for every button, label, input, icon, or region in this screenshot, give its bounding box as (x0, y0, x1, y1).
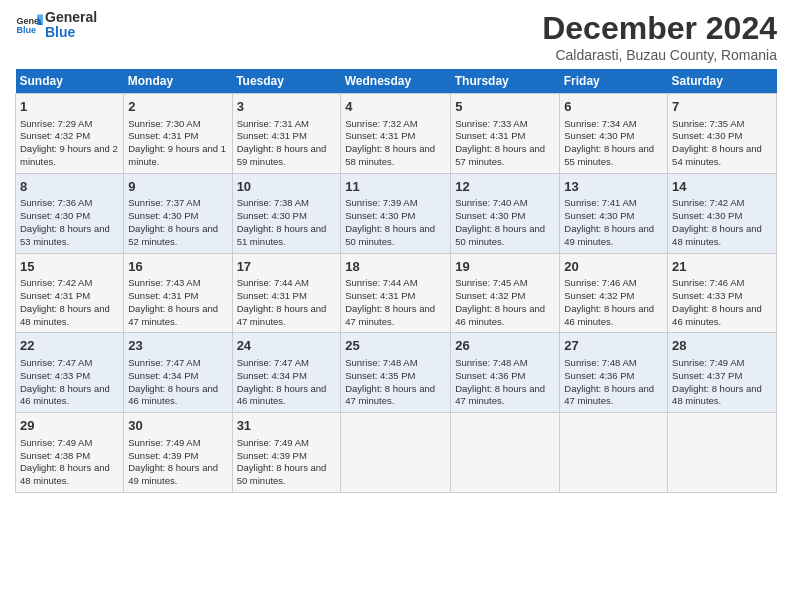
sunset-text: Sunset: 4:32 PM (455, 290, 555, 303)
calendar-cell: 17Sunrise: 7:44 AMSunset: 4:31 PMDayligh… (232, 253, 341, 333)
sunrise-text: Sunrise: 7:29 AM (20, 118, 119, 131)
calendar-table: SundayMondayTuesdayWednesdayThursdayFrid… (15, 69, 777, 493)
sunset-text: Sunset: 4:30 PM (564, 130, 663, 143)
daylight-text: Daylight: 8 hours and 57 minutes. (455, 143, 555, 169)
day-number: 21 (672, 258, 772, 276)
day-number: 15 (20, 258, 119, 276)
day-number: 7 (672, 98, 772, 116)
calendar-cell: 5Sunrise: 7:33 AMSunset: 4:31 PMDaylight… (451, 94, 560, 174)
calendar-cell: 18Sunrise: 7:44 AMSunset: 4:31 PMDayligh… (341, 253, 451, 333)
daylight-text: Daylight: 8 hours and 58 minutes. (345, 143, 446, 169)
day-number: 2 (128, 98, 227, 116)
month-title: December 2024 (542, 10, 777, 47)
calendar-cell: 9Sunrise: 7:37 AMSunset: 4:30 PMDaylight… (124, 173, 232, 253)
daylight-text: Daylight: 8 hours and 48 minutes. (20, 462, 119, 488)
sunrise-text: Sunrise: 7:47 AM (20, 357, 119, 370)
daylight-text: Daylight: 8 hours and 46 minutes. (128, 383, 227, 409)
sunset-text: Sunset: 4:31 PM (455, 130, 555, 143)
calendar-cell (451, 413, 560, 493)
sunset-text: Sunset: 4:36 PM (564, 370, 663, 383)
calendar-cell: 28Sunrise: 7:49 AMSunset: 4:37 PMDayligh… (668, 333, 777, 413)
calendar-cell: 11Sunrise: 7:39 AMSunset: 4:30 PMDayligh… (341, 173, 451, 253)
daylight-text: Daylight: 8 hours and 46 minutes. (237, 383, 337, 409)
logo-text-blue: Blue (45, 25, 97, 40)
day-number: 19 (455, 258, 555, 276)
sunset-text: Sunset: 4:30 PM (455, 210, 555, 223)
day-number: 1 (20, 98, 119, 116)
daylight-text: Daylight: 8 hours and 50 minutes. (237, 462, 337, 488)
daylight-text: Daylight: 8 hours and 47 minutes. (237, 303, 337, 329)
calendar-cell: 3Sunrise: 7:31 AMSunset: 4:31 PMDaylight… (232, 94, 341, 174)
sunrise-text: Sunrise: 7:35 AM (672, 118, 772, 131)
calendar-cell: 6Sunrise: 7:34 AMSunset: 4:30 PMDaylight… (560, 94, 668, 174)
calendar-cell: 1Sunrise: 7:29 AMSunset: 4:32 PMDaylight… (16, 94, 124, 174)
sunrise-text: Sunrise: 7:47 AM (237, 357, 337, 370)
sunrise-text: Sunrise: 7:47 AM (128, 357, 227, 370)
day-number: 23 (128, 337, 227, 355)
daylight-text: Daylight: 8 hours and 48 minutes. (672, 223, 772, 249)
sunset-text: Sunset: 4:32 PM (20, 130, 119, 143)
page-container: General Blue General Blue December 2024 … (0, 0, 792, 503)
day-number: 5 (455, 98, 555, 116)
daylight-text: Daylight: 8 hours and 47 minutes. (564, 383, 663, 409)
calendar-week-2: 8Sunrise: 7:36 AMSunset: 4:30 PMDaylight… (16, 173, 777, 253)
daylight-text: Daylight: 8 hours and 50 minutes. (455, 223, 555, 249)
day-number: 12 (455, 178, 555, 196)
day-number: 26 (455, 337, 555, 355)
sunset-text: Sunset: 4:31 PM (237, 130, 337, 143)
daylight-text: Daylight: 8 hours and 49 minutes. (564, 223, 663, 249)
calendar-week-4: 22Sunrise: 7:47 AMSunset: 4:33 PMDayligh… (16, 333, 777, 413)
daylight-text: Daylight: 8 hours and 49 minutes. (128, 462, 227, 488)
sunrise-text: Sunrise: 7:48 AM (564, 357, 663, 370)
sunrise-text: Sunrise: 7:30 AM (128, 118, 227, 131)
calendar-cell: 10Sunrise: 7:38 AMSunset: 4:30 PMDayligh… (232, 173, 341, 253)
header-day-sunday: Sunday (16, 69, 124, 94)
sunrise-text: Sunrise: 7:33 AM (455, 118, 555, 131)
sunset-text: Sunset: 4:30 PM (237, 210, 337, 223)
sunrise-text: Sunrise: 7:36 AM (20, 197, 119, 210)
calendar-cell: 30Sunrise: 7:49 AMSunset: 4:39 PMDayligh… (124, 413, 232, 493)
calendar-cell: 27Sunrise: 7:48 AMSunset: 4:36 PMDayligh… (560, 333, 668, 413)
calendar-cell: 23Sunrise: 7:47 AMSunset: 4:34 PMDayligh… (124, 333, 232, 413)
header-day-friday: Friday (560, 69, 668, 94)
day-number: 4 (345, 98, 446, 116)
day-number: 13 (564, 178, 663, 196)
sunrise-text: Sunrise: 7:39 AM (345, 197, 446, 210)
calendar-cell: 25Sunrise: 7:48 AMSunset: 4:35 PMDayligh… (341, 333, 451, 413)
day-number: 17 (237, 258, 337, 276)
sunset-text: Sunset: 4:31 PM (128, 130, 227, 143)
header-day-tuesday: Tuesday (232, 69, 341, 94)
sunset-text: Sunset: 4:39 PM (128, 450, 227, 463)
sunrise-text: Sunrise: 7:49 AM (128, 437, 227, 450)
daylight-text: Daylight: 8 hours and 47 minutes. (128, 303, 227, 329)
calendar-cell: 15Sunrise: 7:42 AMSunset: 4:31 PMDayligh… (16, 253, 124, 333)
day-number: 27 (564, 337, 663, 355)
day-number: 14 (672, 178, 772, 196)
sunset-text: Sunset: 4:34 PM (128, 370, 227, 383)
day-number: 16 (128, 258, 227, 276)
sunset-text: Sunset: 4:31 PM (128, 290, 227, 303)
calendar-cell: 2Sunrise: 7:30 AMSunset: 4:31 PMDaylight… (124, 94, 232, 174)
calendar-cell (668, 413, 777, 493)
sunset-text: Sunset: 4:30 PM (672, 130, 772, 143)
sunrise-text: Sunrise: 7:44 AM (237, 277, 337, 290)
day-number: 29 (20, 417, 119, 435)
day-number: 31 (237, 417, 337, 435)
sunrise-text: Sunrise: 7:48 AM (345, 357, 446, 370)
daylight-text: Daylight: 8 hours and 59 minutes. (237, 143, 337, 169)
sunset-text: Sunset: 4:31 PM (237, 290, 337, 303)
location-subtitle: Caldarasti, Buzau County, Romania (542, 47, 777, 63)
sunrise-text: Sunrise: 7:34 AM (564, 118, 663, 131)
sunrise-text: Sunrise: 7:31 AM (237, 118, 337, 131)
sunrise-text: Sunrise: 7:46 AM (672, 277, 772, 290)
sunset-text: Sunset: 4:33 PM (20, 370, 119, 383)
day-number: 6 (564, 98, 663, 116)
sunset-text: Sunset: 4:31 PM (345, 130, 446, 143)
sunrise-text: Sunrise: 7:49 AM (237, 437, 337, 450)
daylight-text: Daylight: 9 hours and 1 minute. (128, 143, 227, 169)
sunset-text: Sunset: 4:30 PM (20, 210, 119, 223)
calendar-cell: 31Sunrise: 7:49 AMSunset: 4:39 PMDayligh… (232, 413, 341, 493)
sunset-text: Sunset: 4:38 PM (20, 450, 119, 463)
daylight-text: Daylight: 8 hours and 47 minutes. (345, 383, 446, 409)
daylight-text: Daylight: 8 hours and 48 minutes. (20, 303, 119, 329)
